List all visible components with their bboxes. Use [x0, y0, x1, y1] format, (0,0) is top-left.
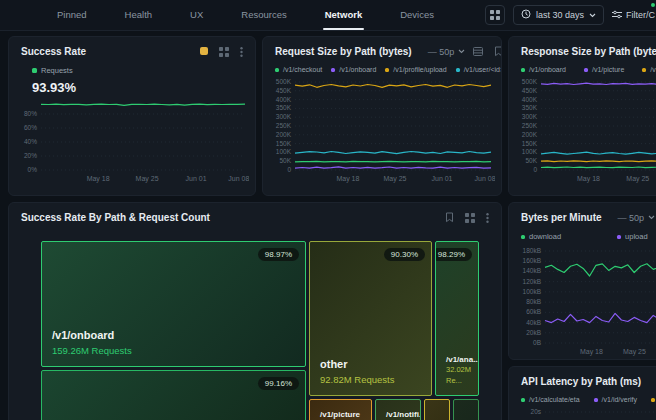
api-latency-chart[interactable]: 20s: [515, 405, 656, 420]
aggregation-dropdown[interactable]: — 50p: [428, 47, 466, 57]
legend-item[interactable]: /v1/onboard: [521, 66, 566, 73]
legend-dot: [275, 68, 279, 72]
svg-text:80kB: 80kB: [526, 298, 541, 305]
legend-label: /v1/picture: [592, 66, 624, 73]
panel-title: Response Size by Path (bytes): [521, 46, 656, 57]
tab-network[interactable]: Network: [325, 0, 362, 30]
svg-text:May 25: May 25: [626, 175, 649, 183]
alert-indicator-icon[interactable]: [200, 47, 208, 56]
table-view-icon[interactable]: [473, 47, 483, 56]
treemap-cell[interactable]: 98.97%/v1/onboard159.26M Requests: [41, 241, 306, 367]
legend-dot: [642, 68, 646, 72]
legend-dot: [584, 68, 588, 72]
filter-compare-button[interactable]: Filter/C: [612, 10, 655, 21]
svg-text:20s: 20s: [531, 408, 542, 415]
tab-health[interactable]: Health: [125, 0, 152, 30]
pin-icon[interactable]: [445, 212, 454, 223]
legend-item[interactable]: /v1/picture: [584, 66, 624, 73]
treemap-cell-label: /v1/ana...: [446, 354, 468, 365]
panel-response-size: Response Size by Path (bytes) — 50p /v1/…: [508, 36, 656, 196]
grid-icon: [490, 6, 500, 24]
svg-text:50K: 50K: [279, 157, 291, 164]
legend-item[interactable]: /v1/id/verify: [594, 396, 637, 403]
legend-dot: [331, 68, 335, 72]
treemap-cell[interactable]: /v1/notifi...: [375, 399, 421, 420]
legend-item[interactable]: /v1/profile/upload: [385, 66, 446, 73]
svg-text:400K: 400K: [522, 96, 538, 103]
svg-text:500K: 500K: [522, 78, 538, 85]
legend-item[interactable]: upload: [617, 232, 648, 241]
svg-text:May 25: May 25: [136, 175, 159, 183]
svg-text:0: 0: [287, 166, 291, 173]
svg-text:140kB: 140kB: [523, 267, 541, 274]
svg-text:100kB: 100kB: [523, 288, 541, 295]
chevron-down-icon: [589, 10, 596, 20]
panel-api-latency: API Latency by Path (ms) — 50p /v1/calcu…: [508, 366, 656, 420]
time-range-dropdown[interactable]: last 30 days: [513, 5, 604, 25]
clock-icon: [521, 9, 531, 21]
treemap-cell-label: other: [320, 357, 421, 372]
tab-ux[interactable]: UX: [190, 0, 203, 30]
chevron-down-icon: [648, 215, 655, 220]
legend-item[interactable]: Requests: [32, 66, 73, 75]
pin-icon[interactable]: [494, 46, 502, 57]
svg-text:200K: 200K: [276, 131, 292, 138]
treemap-cell[interactable]: /v1/picture: [309, 399, 372, 420]
legend-dot: [521, 68, 525, 72]
treemap-cell[interactable]: [424, 399, 450, 420]
grid-layout-button[interactable]: [485, 5, 505, 25]
svg-text:150K: 150K: [522, 140, 538, 147]
kebab-menu-icon[interactable]: [486, 213, 489, 223]
legend-item[interactable]: /v1/calculate/eta: [521, 396, 580, 403]
request-size-chart[interactable]: 050K100K150K200K250K300K350K400K450K500K…: [269, 77, 495, 183]
legend-item[interactable]: /v1/checkout: [275, 66, 322, 73]
panel-title: Bytes per Minute: [521, 212, 602, 223]
nav-actions: last 30 days Filter/C: [485, 0, 656, 30]
tab-pinned[interactable]: Pinned: [57, 0, 87, 30]
panel-header: API Latency by Path (ms) — 50p: [509, 367, 656, 387]
panel-title: Request Size by Path (bytes): [275, 46, 412, 57]
svg-text:100K: 100K: [276, 148, 292, 155]
svg-text:100K: 100K: [522, 148, 538, 155]
svg-text:0: 0: [533, 166, 537, 173]
svg-text:80%: 80%: [24, 110, 37, 117]
legend-item[interactable]: /v1/onbo: [651, 396, 656, 403]
response-size-chart[interactable]: 050K100K150K200K250K300K350K400K450K500K…: [515, 77, 656, 183]
legend-item[interactable]: /v1/onboard: [331, 66, 376, 73]
tab-resources[interactable]: Resources: [241, 0, 286, 30]
svg-text:Jun 08: Jun 08: [228, 175, 249, 182]
legend-item[interactable]: /v1/user/<id>/profile: [456, 66, 502, 73]
legend-label: upload: [625, 232, 648, 241]
panel-title: API Latency by Path (ms): [521, 376, 641, 387]
legend-item[interactable]: /v1/pro: [642, 66, 656, 73]
success-rate-chart[interactable]: 0%20%40%60%80%May 18May 25Jun 01Jun 08: [15, 95, 249, 183]
time-range-label: last 30 days: [536, 10, 584, 20]
legend-item[interactable]: download: [521, 232, 561, 241]
treemap-cell-count: 92.82M Requests: [320, 373, 421, 386]
treemap-cell[interactable]: 90.30%other92.82M Requests: [309, 241, 432, 396]
svg-text:60kB: 60kB: [526, 308, 541, 315]
svg-text:350K: 350K: [276, 104, 292, 111]
legend-label: /v1/pro: [650, 66, 656, 73]
treemap-cell-label: /v1/onboard: [52, 328, 295, 343]
svg-text:60%: 60%: [24, 124, 37, 131]
svg-text:Jun 01: Jun 01: [431, 175, 452, 182]
expand-icon[interactable]: [465, 213, 475, 223]
legend-dot: [385, 68, 389, 72]
aggregation-label: — 50p: [618, 213, 645, 223]
kebab-menu-icon[interactable]: [240, 47, 243, 57]
treemap-cell[interactable]: [453, 399, 479, 420]
legend-dot: [617, 235, 621, 239]
expand-icon[interactable]: [219, 47, 229, 57]
svg-text:200K: 200K: [522, 131, 538, 138]
aggregation-dropdown[interactable]: — 50p: [618, 213, 656, 223]
tab-devices[interactable]: Devices: [400, 0, 434, 30]
success-rate-value: 93.93%: [9, 75, 255, 95]
svg-text:180kB: 180kB: [523, 247, 541, 254]
treemap-cell[interactable]: 98.29%/v1/ana...32.02M Re...: [435, 241, 479, 396]
svg-text:May 18: May 18: [580, 348, 603, 356]
legend-dot: [521, 235, 525, 239]
bytes-per-minute-chart[interactable]: 0B20kB40kB60kB80kB100kB120kB140kB160kB18…: [515, 246, 656, 356]
treemap-cell[interactable]: 99.16%: [41, 370, 306, 420]
panel-success-by-path: Success Rate By Path & Request Count 98.…: [8, 202, 502, 420]
